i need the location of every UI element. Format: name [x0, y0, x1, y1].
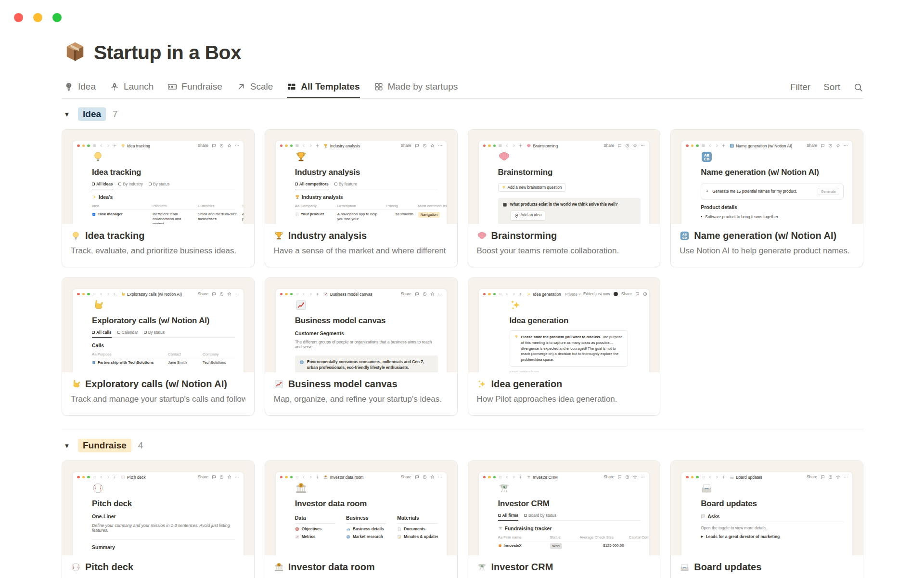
mini-table-header: Aa PurposeContactCompanyContact role: [92, 351, 235, 358]
mini-comment-icon: [617, 144, 622, 148]
trophy-icon: [295, 151, 438, 163]
brain-icon: [477, 231, 487, 241]
grid-icon: [287, 82, 296, 92]
card-description: Use Notion AI to help generate product n…: [680, 246, 854, 256]
mini-button-label: Add a new brainstorm question: [508, 185, 562, 190]
mini-browser-window: Business model canvasShareBusiness model…: [276, 289, 447, 372]
view-icon: [295, 183, 298, 185]
mini-database-table: IdeaProblemCustomerSolutionTask managerI…: [92, 202, 235, 224]
tab-all-templates[interactable]: All Templates: [287, 76, 359, 98]
close-window-button[interactable]: [14, 13, 23, 22]
mini-bordered-callout: Please state the problem you want to dis…: [510, 330, 629, 367]
mini-share-label: Share: [401, 292, 411, 296]
mini-columns: DataObjectivesMetricsBusinessBusiness de…: [295, 515, 438, 539]
template-card-investor-data-room[interactable]: $Investor data roomShare$Investor data r…: [265, 460, 458, 578]
mini-history-icon: [423, 292, 427, 296]
section-idea: ▼Idea7Idea trackingShareIdea trackingAll…: [62, 105, 863, 416]
bank-icon: $: [274, 562, 284, 572]
mini-italic-text: Define your company and your mission in …: [92, 523, 235, 533]
tab-launch[interactable]: Launch: [110, 76, 154, 98]
section-header: ▼Fundraise4: [62, 437, 863, 454]
mini-view-tab-label: Calendar: [122, 330, 138, 335]
tab-made-by-startups[interactable]: Made by startups: [374, 76, 458, 98]
card-title-text: Idea tracking: [85, 230, 144, 241]
mini-minimize-icon: [488, 476, 491, 479]
mini-page-emoji-icon: $: [526, 475, 531, 480]
mini-table-cell: $125,000.00: [580, 543, 624, 549]
section-collapse-toggle[interactable]: ▼: [63, 111, 71, 118]
svg-text:$: $: [300, 483, 302, 487]
mini-comment-icon: [821, 144, 825, 148]
mini-table-cell: Jane Smith: [168, 360, 198, 365]
mini-close-icon: [280, 476, 283, 479]
checkbox-icon: [92, 212, 96, 216]
mini-page-emoji-icon: [121, 475, 126, 480]
tab-scale[interactable]: Scale: [236, 76, 273, 98]
mini-chrome-actions: Share: [198, 144, 239, 148]
memo-icon: [397, 535, 401, 539]
card-title: $Investor CRM: [477, 562, 652, 573]
mini-browser-window: Idea generationPrivate ˅Edited just nowS…: [479, 289, 650, 372]
mini-view-tab-label: Board by status: [528, 513, 556, 518]
mini-close-icon: [280, 144, 283, 147]
bulb-icon: [514, 335, 518, 363]
mini-minimize-icon: [285, 293, 288, 296]
sort-button[interactable]: Sort: [823, 82, 840, 92]
template-card-exploratory-calls-w-notion-ai[interactable]: Exploratory calls (w/ Notion AI)ShareExp…: [62, 277, 255, 416]
tab-label: All Templates: [301, 81, 359, 92]
mini-page-emoji-icon: [526, 292, 531, 297]
mini-share-label: Share: [198, 292, 208, 296]
template-card-name-generation-w-notion-ai[interactable]: ABCDName generation (w/ Notion AI)ShareA…: [670, 129, 863, 267]
template-card-business-model-canvas[interactable]: Business model canvasShareBusiness model…: [265, 277, 458, 416]
mini-back-icon: [302, 144, 306, 148]
zoom-window-button[interactable]: [52, 13, 62, 22]
minimize-window-button[interactable]: [33, 13, 42, 22]
mini-column-header: Capital Committed: [629, 535, 650, 539]
card-title: Business model canvas: [274, 379, 449, 390]
mini-comment-icon: [617, 475, 622, 479]
mini-page-emoji-icon: ABCD: [730, 144, 734, 148]
speech-icon: [701, 514, 706, 519]
filter-button[interactable]: Filter: [790, 82, 810, 92]
view-icon: [334, 183, 337, 185]
template-card-industry-analysis[interactable]: Industry analysisShareIndustry analysisA…: [265, 129, 458, 267]
card-thumbnail: ABCDName generation (w/ Notion AI)ShareA…: [671, 130, 863, 224]
template-card-brainstorming[interactable]: BrainstormingShareBrainstormingAdd a new…: [468, 129, 661, 267]
mini-share-label: Share: [603, 144, 614, 148]
darksq-icon: [502, 202, 507, 221]
template-card-board-updates[interactable]: Board updatesShareBoard updatesAsksOpen …: [670, 460, 863, 578]
template-card-investor-crm[interactable]: $Investor CRMShare$Investor CRMAll firms…: [468, 460, 661, 578]
card-title-text: Board updates: [694, 562, 761, 573]
mini-page-body: Idea trackingAll ideasBy industryBy stat…: [73, 151, 244, 224]
search-icon[interactable]: [853, 82, 863, 92]
card-title-text: Brainstorming: [491, 230, 557, 241]
mini-breadcrumb: $Investor data room: [323, 475, 363, 480]
bulb-icon: [71, 231, 81, 241]
template-card-idea-generation[interactable]: Idea generationPrivate ˅Edited just nowS…: [468, 277, 661, 416]
mini-breadcrumb: $Investor CRM: [526, 475, 558, 480]
mini-history-icon: [625, 144, 629, 148]
docblue-icon: [92, 361, 96, 365]
template-card-pitch-deck[interactable]: Pitch deckSharePitch deckOne-LinerDefine…: [62, 460, 255, 578]
chart-icon: [295, 299, 438, 311]
mini-zoom-icon: [696, 144, 699, 147]
card-info: $Investor CRM: [468, 555, 660, 573]
card-title: Brainstorming: [477, 230, 652, 241]
template-card-idea-tracking[interactable]: Idea trackingShareIdea trackingAll ideas…: [62, 129, 255, 267]
mini-chrome-actions: Share: [807, 144, 848, 148]
mini-heading-text: One-Liner: [92, 513, 116, 519]
tab-fundraise[interactable]: Fundraise: [167, 76, 222, 98]
mini-column-item: Business details: [346, 527, 386, 531]
mini-callout: Environmentally conscious consumers, mil…: [295, 355, 438, 372]
mini-browser-window: ABCDName generation (w/ Notion AI)ShareA…: [681, 141, 852, 224]
section-collapse-toggle[interactable]: ▼: [63, 442, 71, 449]
card-title: Exploratory calls (w/ Notion AI): [71, 379, 245, 390]
mini-column-title: Business: [346, 515, 386, 524]
mini-table-cell: Inefficient team collaboration and proje…: [153, 212, 193, 224]
card-title: Board updates: [680, 562, 854, 573]
mini-breadcrumb-title: Idea tracking: [127, 144, 150, 148]
card-info: Industry analysisHave a sense of the mar…: [265, 224, 457, 256]
mini-column-header: Pricing: [386, 204, 413, 208]
mini-database-table: Aa PurposeContactCompanyContact rolePart…: [92, 351, 235, 367]
tab-idea[interactable]: Idea: [64, 76, 96, 98]
